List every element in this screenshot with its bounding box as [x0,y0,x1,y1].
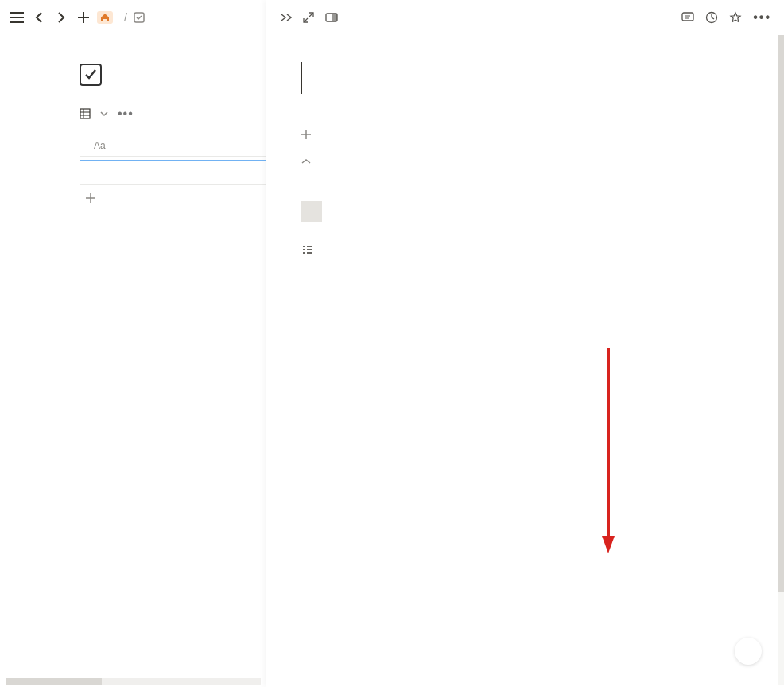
svg-rect-1 [80,109,90,118]
home-icon [97,11,113,24]
tasks-icon [134,12,145,23]
help-button[interactable] [735,638,762,665]
breadcrumb-page[interactable] [134,12,149,23]
favorite-icon[interactable] [729,11,742,24]
forward-icon[interactable] [52,9,70,26]
breadcrumb-separator: / [124,11,127,24]
svg-rect-3 [332,14,337,21]
comments-icon[interactable] [681,11,694,24]
page-icon[interactable] [80,64,102,86]
comment-input[interactable] [301,201,749,222]
breadcrumb-home[interactable] [97,11,118,24]
avatar [301,201,322,222]
view-selector[interactable] [80,108,108,119]
back-icon[interactable] [30,9,48,26]
svg-rect-4 [682,13,693,21]
subtasks-header[interactable] [301,244,749,255]
horizontal-scrollbar[interactable] [6,678,261,685]
title-cursor [301,62,302,94]
plus-icon [301,130,311,139]
new-tab-icon[interactable] [75,9,92,26]
vertical-scrollbar[interactable] [778,35,784,685]
chevron-up-icon [301,158,311,165]
subtasks-icon [301,244,312,255]
detail-panel: ••• [266,0,784,687]
breadcrumb: / [97,11,149,24]
chevron-down-icon [100,111,108,117]
text-property-icon: Aa [94,140,106,151]
table-icon [80,108,91,119]
more-icon[interactable]: ••• [753,10,771,25]
view-options-icon[interactable]: ••• [118,107,134,121]
peek-mode-icon[interactable] [325,13,338,22]
hide-property-button[interactable] [301,148,749,175]
menu-icon[interactable] [8,9,25,26]
updates-icon[interactable] [705,11,718,24]
expand-icon[interactable] [279,13,292,22]
open-full-icon[interactable] [303,12,314,23]
add-property-button[interactable] [301,121,749,148]
plus-icon [86,193,95,203]
